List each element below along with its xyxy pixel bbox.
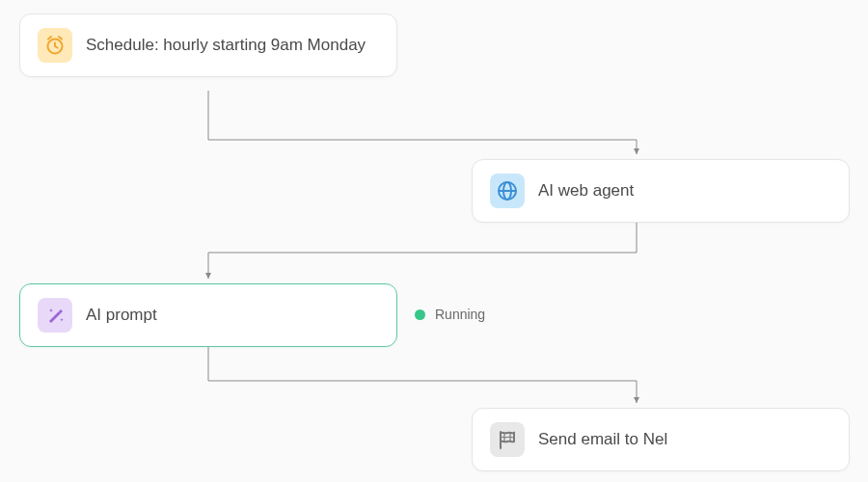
clock-icon	[38, 28, 72, 63]
node-email-label: Send email to Nel	[538, 429, 667, 451]
node-schedule-label: Schedule: hourly starting 9am Monday	[86, 35, 366, 57]
node-schedule[interactable]: Schedule: hourly starting 9am Monday	[19, 13, 397, 77]
wand-icon	[38, 298, 72, 333]
status-running: Running	[415, 307, 485, 322]
node-web-agent[interactable]: AI web agent	[472, 159, 850, 223]
node-web-agent-label: AI web agent	[538, 180, 634, 202]
node-prompt-label: AI prompt	[86, 305, 157, 327]
node-prompt[interactable]: AI prompt	[19, 283, 397, 347]
node-email[interactable]: Send email to Nel	[472, 408, 850, 471]
status-dot	[415, 309, 425, 320]
flag-icon	[490, 422, 525, 457]
status-text: Running	[435, 307, 485, 322]
globe-icon	[490, 174, 525, 208]
